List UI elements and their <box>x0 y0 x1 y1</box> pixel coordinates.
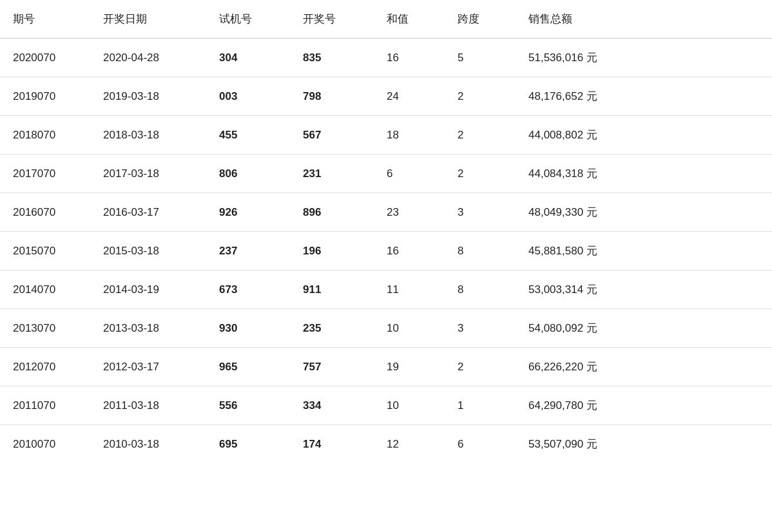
cell-date: 2014-03-19 <box>90 271 206 309</box>
cell-date: 2012-03-17 <box>90 348 206 386</box>
cell-trial: 806 <box>206 155 290 193</box>
cell-sum: 10 <box>374 386 445 425</box>
cell-sales: 48,049,330 元 <box>516 193 772 232</box>
table-row: 20140702014-03-1967391111853,003,314 元 <box>0 271 772 309</box>
cell-span: 6 <box>445 425 516 464</box>
cell-date: 2017-03-18 <box>90 155 206 193</box>
table-row: 20110702011-03-1855633410164,290,780 元 <box>0 386 772 425</box>
cell-trial: 695 <box>206 425 290 464</box>
cell-prize: 174 <box>290 425 374 464</box>
cell-trial: 003 <box>206 77 290 116</box>
cell-prize: 798 <box>290 77 374 116</box>
cell-prize: 896 <box>290 193 374 232</box>
cell-period: 2017070 <box>0 155 90 193</box>
cell-sum: 11 <box>374 271 445 309</box>
cell-span: 3 <box>445 309 516 348</box>
cell-trial: 455 <box>206 116 290 155</box>
header-span: 跨度 <box>445 0 516 39</box>
header-sum: 和值 <box>374 0 445 39</box>
cell-sum: 23 <box>374 193 445 232</box>
header-period: 期号 <box>0 0 90 39</box>
cell-sum: 16 <box>374 232 445 271</box>
cell-date: 2013-03-18 <box>90 309 206 348</box>
cell-trial: 965 <box>206 348 290 386</box>
cell-span: 3 <box>445 193 516 232</box>
cell-sales: 44,084,318 元 <box>516 155 772 193</box>
cell-date: 2010-03-18 <box>90 425 206 464</box>
cell-span: 8 <box>445 271 516 309</box>
lottery-table-container: 期号开奖日期试机号开奖号和值跨度销售总额 20200702020-04-2830… <box>0 0 772 463</box>
cell-prize: 235 <box>290 309 374 348</box>
header-prize: 开奖号 <box>290 0 374 39</box>
cell-period: 2016070 <box>0 193 90 232</box>
table-row: 20180702018-03-1845556718244,008,802 元 <box>0 116 772 155</box>
cell-sales: 64,290,780 元 <box>516 386 772 425</box>
cell-date: 2018-03-18 <box>90 116 206 155</box>
cell-period: 2014070 <box>0 271 90 309</box>
cell-sum: 12 <box>374 425 445 464</box>
cell-prize: 757 <box>290 348 374 386</box>
cell-trial: 930 <box>206 309 290 348</box>
cell-sales: 51,536,016 元 <box>516 39 772 77</box>
lottery-table: 期号开奖日期试机号开奖号和值跨度销售总额 20200702020-04-2830… <box>0 0 772 463</box>
cell-span: 2 <box>445 348 516 386</box>
cell-date: 2020-04-28 <box>90 39 206 77</box>
cell-sales: 53,507,090 元 <box>516 425 772 464</box>
table-header-row: 期号开奖日期试机号开奖号和值跨度销售总额 <box>0 0 772 39</box>
table-row: 20150702015-03-1823719616845,881,580 元 <box>0 232 772 271</box>
cell-span: 2 <box>445 77 516 116</box>
table-row: 20100702010-03-1869517412653,507,090 元 <box>0 425 772 464</box>
cell-sum: 6 <box>374 155 445 193</box>
cell-span: 8 <box>445 232 516 271</box>
cell-period: 2010070 <box>0 425 90 464</box>
cell-period: 2018070 <box>0 116 90 155</box>
cell-span: 2 <box>445 116 516 155</box>
table-row: 20170702017-03-188062316244,084,318 元 <box>0 155 772 193</box>
cell-sales: 66,226,220 元 <box>516 348 772 386</box>
header-sales: 销售总额 <box>516 0 772 39</box>
cell-period: 2020070 <box>0 39 90 77</box>
cell-prize: 835 <box>290 39 374 77</box>
cell-trial: 304 <box>206 39 290 77</box>
cell-sales: 44,008,802 元 <box>516 116 772 155</box>
cell-period: 2011070 <box>0 386 90 425</box>
cell-sum: 16 <box>374 39 445 77</box>
cell-trial: 673 <box>206 271 290 309</box>
header-trial: 试机号 <box>206 0 290 39</box>
cell-trial: 926 <box>206 193 290 232</box>
cell-sum: 18 <box>374 116 445 155</box>
cell-sum: 19 <box>374 348 445 386</box>
cell-sales: 48,176,652 元 <box>516 77 772 116</box>
cell-period: 2019070 <box>0 77 90 116</box>
cell-prize: 334 <box>290 386 374 425</box>
cell-sales: 45,881,580 元 <box>516 232 772 271</box>
cell-span: 5 <box>445 39 516 77</box>
cell-sales: 54,080,092 元 <box>516 309 772 348</box>
cell-date: 2015-03-18 <box>90 232 206 271</box>
cell-prize: 567 <box>290 116 374 155</box>
table-row: 20190702019-03-1800379824248,176,652 元 <box>0 77 772 116</box>
table-row: 20120702012-03-1796575719266,226,220 元 <box>0 348 772 386</box>
cell-prize: 231 <box>290 155 374 193</box>
cell-date: 2019-03-18 <box>90 77 206 116</box>
cell-trial: 556 <box>206 386 290 425</box>
table-row: 20130702013-03-1893023510354,080,092 元 <box>0 309 772 348</box>
header-date: 开奖日期 <box>90 0 206 39</box>
cell-period: 2015070 <box>0 232 90 271</box>
cell-date: 2016-03-17 <box>90 193 206 232</box>
cell-prize: 911 <box>290 271 374 309</box>
cell-sum: 10 <box>374 309 445 348</box>
cell-trial: 237 <box>206 232 290 271</box>
cell-span: 1 <box>445 386 516 425</box>
cell-span: 2 <box>445 155 516 193</box>
cell-period: 2013070 <box>0 309 90 348</box>
cell-period: 2012070 <box>0 348 90 386</box>
cell-prize: 196 <box>290 232 374 271</box>
table-row: 20200702020-04-2830483516551,536,016 元 <box>0 39 772 77</box>
cell-sales: 53,003,314 元 <box>516 271 772 309</box>
cell-date: 2011-03-18 <box>90 386 206 425</box>
cell-sum: 24 <box>374 77 445 116</box>
table-row: 20160702016-03-1792689623348,049,330 元 <box>0 193 772 232</box>
